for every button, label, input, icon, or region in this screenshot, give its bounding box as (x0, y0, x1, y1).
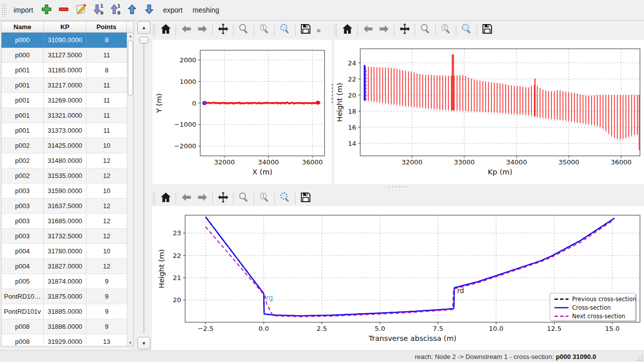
toolbar-separator (212, 193, 213, 205)
table-row[interactable]: p00131165.00008 (2, 63, 127, 78)
save-button[interactable] (479, 22, 495, 38)
column-header-name[interactable]: Name (2, 22, 44, 32)
export-button[interactable]: export (158, 4, 188, 17)
zoom-button[interactable] (235, 22, 252, 38)
table-row[interactable]: p00131269.000011 (2, 93, 127, 108)
cell-name: p001 (2, 93, 44, 108)
back-button[interactable] (178, 22, 194, 38)
cell-name: p001 (2, 123, 44, 138)
section-browse-slider: ▲ ▼ (137, 21, 151, 349)
cell-kp: 31217.0000 (44, 78, 87, 93)
move-up-button[interactable] (124, 2, 141, 18)
import-button[interactable]: import (9, 4, 38, 17)
table-row[interactable]: p00131217.000011 (2, 78, 127, 93)
slider-down-button[interactable]: ▼ (137, 337, 150, 349)
cell-kp: 31874.0000 (44, 274, 87, 289)
back-button[interactable] (178, 191, 194, 206)
column-header-kp[interactable]: KP (44, 22, 87, 32)
table-row[interactable]: p00831929.000013 (2, 334, 127, 346)
toolbar-separator (295, 193, 295, 205)
table-row[interactable]: p00331732.500012 (2, 229, 127, 244)
zoom-one-icon: 1 (258, 191, 271, 206)
zoom-button[interactable] (235, 191, 252, 206)
home-button[interactable] (157, 22, 174, 38)
table-row[interactable]: p00131373.000011 (2, 123, 127, 138)
zoom-one-button[interactable]: 1 (438, 22, 454, 38)
table-row[interactable]: p00231425.000010 (2, 138, 127, 153)
table-row[interactable]: p00831886.00009 (2, 319, 127, 334)
svg-text:1: 1 (443, 25, 446, 30)
table-row[interactable]: p00431780.000010 (2, 244, 127, 259)
back-icon (362, 23, 374, 37)
cross-section-figure[interactable]: −2.50.02.55.07.510.012.515.020212223Tran… (152, 206, 644, 350)
arrow-up-icon (126, 3, 138, 18)
toolbar-separator (254, 193, 254, 205)
cell-name: p008 (2, 334, 44, 346)
table-row[interactable]: p00331685.000012 (2, 214, 127, 229)
cell-points: 12 (87, 259, 127, 274)
splitter-grip-icon (387, 186, 409, 188)
back-button[interactable] (360, 22, 376, 38)
toolbar-handle[interactable] (153, 193, 155, 205)
table-row[interactable]: p00331590.000010 (2, 184, 127, 199)
svg-text:1: 1 (100, 3, 104, 9)
long-profile-figure[interactable]: 3200033000340003500036000242220181614Kp … (334, 40, 644, 184)
slider-handle[interactable] (139, 37, 148, 44)
zoom-rect-icon (460, 23, 473, 37)
zoom-rect-button[interactable] (458, 22, 474, 38)
scroll-down-arrow-icon[interactable]: ▼ (127, 339, 133, 346)
table-row[interactable]: p00331637.500012 (2, 199, 127, 214)
pan-button[interactable] (215, 22, 231, 38)
remove-section-button[interactable] (55, 2, 72, 18)
pan-button[interactable] (396, 22, 413, 38)
table-row[interactable]: p00231480.000012 (2, 153, 127, 168)
toolbar-handle[interactable] (153, 24, 155, 36)
forward-button[interactable] (194, 191, 210, 206)
cell-name: PontRD10… (2, 289, 44, 304)
cell-name: p003 (2, 184, 44, 199)
forward-button[interactable] (194, 22, 210, 38)
toolbar-overflow-button[interactable]: » (313, 26, 324, 34)
column-header-points[interactable]: Points (87, 22, 127, 32)
toolbar-handle[interactable] (335, 24, 337, 36)
table-row[interactable]: p00031090.00008 (2, 33, 127, 48)
horizontal-splitter[interactable] (151, 184, 644, 190)
table-row[interactable]: PontRD101v31885.00009 (2, 304, 127, 319)
svg-text:−1000: −1000 (174, 121, 196, 128)
zoom-button[interactable] (417, 22, 433, 38)
sort-ascending-button[interactable]: 19 (107, 2, 124, 18)
table-row[interactable]: p00231535.000012 (2, 168, 127, 184)
save-button[interactable] (297, 22, 313, 38)
table-row[interactable]: PontRD10…31875.00009 (2, 289, 127, 304)
meshing-button[interactable]: meshing (188, 4, 224, 17)
toolbar-separator (176, 193, 176, 205)
cell-points: 8 (87, 33, 127, 48)
zoom-rect-button[interactable] (277, 22, 293, 38)
sort-descending-button[interactable]: 19 (90, 2, 107, 18)
table-row[interactable]: p00531874.00009 (2, 274, 127, 289)
svg-text:1: 1 (117, 3, 121, 9)
table-row[interactable]: p00431827.000012 (2, 259, 127, 274)
plan-view-figure[interactable]: 320003400036000200010000−1000−2000X (m)Y… (152, 40, 332, 184)
pan-button[interactable] (215, 191, 231, 206)
table-row[interactable]: p00031127.500011 (2, 48, 127, 63)
home-button[interactable] (157, 191, 174, 206)
zoom-one-button[interactable]: 1 (256, 191, 272, 206)
add-section-button[interactable] (38, 2, 55, 18)
cell-kp: 31127.5000 (44, 48, 87, 63)
scroll-up-arrow-icon[interactable]: ▲ (127, 33, 133, 39)
zoom-rect-button[interactable] (277, 191, 293, 206)
zoom-one-button[interactable]: 1 (256, 22, 272, 38)
toolbar-grip[interactable] (2, 4, 7, 17)
home-button[interactable] (339, 22, 355, 38)
move-down-button[interactable] (141, 2, 158, 18)
vertical-splitter[interactable] (332, 83, 333, 103)
edit-section-button[interactable] (72, 2, 90, 18)
save-button[interactable] (297, 191, 313, 206)
slider-up-button[interactable]: ▲ (137, 21, 150, 34)
forward-button[interactable] (376, 22, 392, 38)
table-row[interactable]: p00131321.000011 (2, 108, 127, 123)
slider-groove[interactable] (143, 37, 144, 334)
table-scrollbar-thumb[interactable] (128, 40, 133, 96)
table-scrollbar[interactable]: ▲ ▼ (127, 33, 133, 346)
